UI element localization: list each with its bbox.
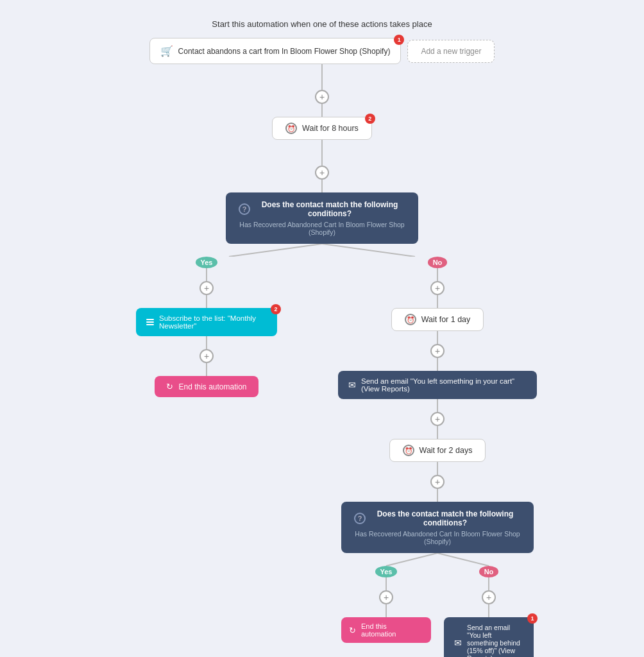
email2-badge: 1 <box>527 613 538 624</box>
connector-1: + <box>315 64 329 117</box>
branch-row-1: Yes + Subscribe to the list: "Monthly Ne… <box>110 257 534 657</box>
add-step-yes1[interactable]: + <box>199 281 214 295</box>
wait-label-1: Wait for 8 hours <box>302 124 359 133</box>
wait-label-2: Wait for 1 day <box>421 315 471 324</box>
cart-icon: 🛒 <box>160 45 173 57</box>
end-node-2[interactable]: ↻ End this automation <box>341 617 431 643</box>
wait-node-3[interactable]: ⏰ Wait for 2 days <box>389 439 486 462</box>
add-step-no1d[interactable]: + <box>430 475 445 489</box>
trigger-badge: 1 <box>394 35 404 45</box>
wait-node-2[interactable]: ⏰ Wait for 1 day <box>391 308 484 331</box>
end-node-1[interactable]: ↻ End this automation <box>155 376 258 397</box>
trigger-card-main[interactable]: 🛒 Contact abandons a cart from In Bloom … <box>149 38 402 64</box>
add-step-yes1b[interactable]: + <box>199 349 214 363</box>
add-step-no1c[interactable]: + <box>430 412 445 426</box>
branch-line-svg-2 <box>341 553 534 566</box>
branch-split-2 <box>341 553 534 566</box>
question-icon-2: ? <box>354 513 366 524</box>
svg-line-3 <box>437 553 489 566</box>
subscribe-badge: 2 <box>271 304 281 314</box>
email-node-1[interactable]: ✉ Send an email "You left something in y… <box>338 371 537 399</box>
add-step-1[interactable]: + <box>315 90 329 104</box>
refresh-icon-2: ↻ <box>349 626 356 635</box>
email-icon-1: ✉ <box>348 380 356 390</box>
add-trigger-button[interactable]: Add a new trigger <box>407 40 495 63</box>
condition1-title: Does the contact match the following con… <box>254 200 405 218</box>
condition2-title: Does the contact match the following con… <box>369 509 521 527</box>
no-branch-1: No + ⏰ Wait for 1 day + <box>341 257 534 657</box>
clock-icon-2: ⏰ <box>405 314 416 325</box>
page-title: Start this automation when one of these … <box>212 19 432 29</box>
subscribe-node[interactable]: Subscribe to the list: "Monthly Newslett… <box>136 308 277 336</box>
email-label-1: Send an email "You left something in you… <box>361 377 527 393</box>
subscribe-label: Subscribe to the list: "Monthly Newslett… <box>159 314 267 330</box>
yes-branch-2: Yes + ↻ End this automation <box>341 566 431 643</box>
end-label-2: End this automation <box>361 622 423 638</box>
add-step-no1b[interactable]: + <box>430 344 445 358</box>
add-trigger-label: Add a new trigger <box>421 47 481 56</box>
branch-line-svg-1 <box>130 244 514 257</box>
email-label-2: Send an email "You left something behind… <box>467 624 523 657</box>
condition-node-2[interactable]: ? Does the contact match the following c… <box>341 502 534 553</box>
end-label-1: End this automation <box>178 382 246 391</box>
wait-label-3: Wait for 2 days <box>419 446 473 455</box>
email-icon-2: ✉ <box>454 638 462 648</box>
email-node-2[interactable]: ✉ Send an email "You left something behi… <box>444 617 534 657</box>
condition-node-1[interactable]: ? Does the contact match the following c… <box>226 192 418 244</box>
no-branch-2: No + ✉ Send an email "You left something… <box>444 566 534 657</box>
yes-badge-1: Yes <box>196 257 218 268</box>
no-badge-2: No <box>479 566 499 577</box>
add-step-no2[interactable]: + <box>482 590 496 604</box>
wait1-badge: 2 <box>365 114 375 124</box>
no-badge-1: No <box>428 257 448 268</box>
svg-line-0 <box>229 244 322 257</box>
trigger-label: Contact abandons a cart from In Bloom Fl… <box>178 47 391 56</box>
question-icon-1: ? <box>239 203 250 215</box>
yes-badge-2: Yes <box>375 566 398 577</box>
branch-split-1 <box>130 244 514 257</box>
clock-icon-3: ⏰ <box>403 445 414 456</box>
wait-node-1[interactable]: ⏰ Wait for 8 hours 2 <box>272 117 372 140</box>
add-step-no1[interactable]: + <box>430 281 445 295</box>
yes-branch-1: Yes + Subscribe to the list: "Monthly Ne… <box>110 257 303 397</box>
svg-line-1 <box>322 244 415 257</box>
clock-icon-1: ⏰ <box>285 123 297 134</box>
refresh-icon-1: ↻ <box>166 382 173 391</box>
list-icon <box>146 319 154 325</box>
condition2-sub: Has Recovered Abandoned Cart In Bloom Fl… <box>354 530 521 545</box>
connector-2: + <box>315 140 329 192</box>
condition1-sub: Has Recovered Abandoned Cart In Bloom Fl… <box>239 221 405 236</box>
add-step-2[interactable]: + <box>315 166 329 180</box>
branch-row-2: Yes + ↻ End this automation <box>341 566 534 657</box>
add-step-yes2[interactable]: + <box>379 590 393 604</box>
svg-line-2 <box>386 553 437 566</box>
